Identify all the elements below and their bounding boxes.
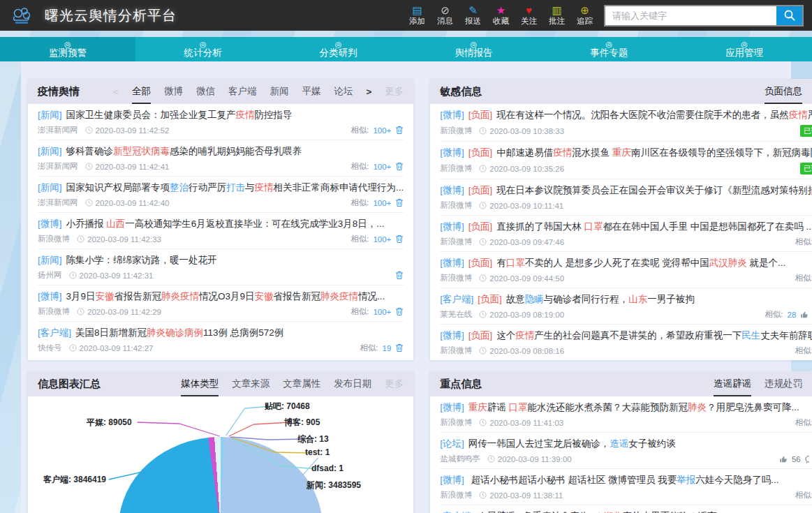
next-arrow-icon[interactable]: >: [366, 87, 371, 97]
channel-tag: [新闻]: [38, 110, 62, 120]
panel-tab-epidemic-4[interactable]: 新闻: [270, 79, 288, 104]
clock-icon: [479, 347, 487, 355]
panel-tab-epidemic-0[interactable]: 全部: [132, 79, 151, 104]
main-nav-tab-label: 监测预警: [49, 48, 87, 58]
more-link[interactable]: 更多: [385, 85, 404, 98]
topbar-action-report[interactable]: ✎报送: [465, 5, 481, 27]
item-title[interactable]: 直接抓的了韩国大林 口罩都在在韩中国人手里 中国是想韩国都死了在卖吗 ...: [496, 221, 812, 232]
delete-button[interactable]: [395, 235, 404, 244]
item-title[interactable]: 网传一韩国人去过宝龙后被确诊，造谣女子被约谈: [468, 438, 676, 449]
item-title[interactable]: 现在日本参议院预算委员会正在国会开会审议关于修订《新型流感对策特别措施...: [496, 185, 812, 195]
panel-tab-epidemic-2[interactable]: 微信: [196, 79, 215, 104]
item-title[interactable]: 国家知识产权局部署专项整治行动严厉打击与疫情相关非正常商标申请代理行为...: [66, 182, 404, 193]
item-meta-row: 新浪微博2020-03-09 11:42:33相似:100+: [38, 234, 404, 244]
panel-tab-epidemic-3[interactable]: 客户端: [228, 79, 257, 104]
panel-tab-sensitive-0[interactable]: 负面信息: [765, 79, 802, 104]
item-title[interactable]: 中邮速递易借疫情混水摸鱼 重庆南川区在各级领导的坚强领导下，新冠病毒防...: [496, 147, 812, 158]
panel-key-info: 重点信息 造谣辟谣违规处罚更多 [微博]重庆辟谣 口罩能水洗还能水煮杀菌？大蒜能…: [430, 371, 812, 513]
similar-count[interactable]: 100+: [373, 235, 391, 244]
channel-tag: [微博]: [440, 147, 464, 158]
clock-icon: [479, 165, 487, 172]
read-badge: 已读: [800, 125, 812, 137]
similar-count[interactable]: 100+: [373, 126, 391, 135]
panel-tab-epidemic-1[interactable]: 微博: [164, 79, 183, 104]
item-title[interactable]: 现在有这样一个情况。沈阳各大医院不收治需要住院手术的患者，虽然疫情严峻...: [496, 110, 812, 120]
pie-label-5: 综合: 13: [297, 433, 329, 445]
channel-tag: [微博]: [440, 110, 464, 120]
target-icon: ⊕: [580, 5, 589, 16]
similar-count[interactable]: 19: [382, 344, 391, 352]
delete-button[interactable]: [395, 162, 404, 171]
topbar-action-annotate[interactable]: ▥批注: [549, 5, 565, 27]
panel-tab-epidemic-6[interactable]: 论坛: [334, 79, 353, 104]
item-source: 新浪微博: [38, 306, 70, 317]
panel-sensitive-header: 敏感信息 负面信息更多: [430, 79, 812, 104]
delete-icon[interactable]: [395, 126, 404, 135]
panel-tab-charts-0[interactable]: 媒体类型: [181, 371, 219, 396]
pie-leader-line-4: [229, 422, 290, 436]
topbar-action-follow[interactable]: ♥关注: [521, 5, 537, 27]
item-actions: 相似:100+: [350, 234, 404, 244]
item-title[interactable]: 故意隐瞒与确诊者同行行程，山东一男子被拘: [506, 294, 695, 304]
delete-icon[interactable]: [395, 162, 404, 171]
prev-arrow-icon[interactable]: <: [113, 87, 119, 97]
panel-tab-charts-1[interactable]: 文章来源: [232, 371, 270, 396]
item-title[interactable]: 小乔播报 山西一高校通知学生6月返校直接毕业：可在线完成学业3月8日，...: [66, 218, 385, 229]
panel-tab-charts-2[interactable]: 文章属性: [283, 371, 320, 396]
delete-button[interactable]: [395, 343, 404, 352]
panel-title: 信息图表汇总: [38, 378, 101, 391]
item-title[interactable]: 国家卫生健康委员会：加强企业复工复产疫情防控指导: [66, 110, 293, 120]
delete-icon[interactable]: [395, 307, 404, 316]
item-title[interactable]: 超话小秘书超话小秘书 超话社区 微博管理员 我要举报六娃今天隐身了吗...: [468, 475, 779, 485]
delete-icon[interactable]: [395, 198, 404, 207]
panel-tab-key_info-0[interactable]: 造谣辟谣: [714, 371, 751, 396]
channel-tag: [微博]: [38, 218, 62, 229]
item-time: 2020-03-09 10:35:26: [489, 165, 564, 173]
main-nav-tab-statistics[interactable]: ◎统计分析: [135, 37, 271, 61]
item-title[interactable]: 3月9日安徽省报告新冠肺炎疫情情况O3月9日安徽省报告新冠肺炎疫情情况...: [66, 291, 385, 302]
panel-tab-key_info-1[interactable]: 违规处罚: [765, 371, 802, 396]
item-title[interactable]: 陈集小学：绵绵家访路，暖一处花开: [66, 255, 217, 265]
pie-label-0: 客户端: 3846419: [43, 474, 106, 486]
main-nav-tab-classification[interactable]: ◎分类研判: [271, 37, 406, 61]
main-nav-tab-management[interactable]: ◎应用管理: [677, 37, 812, 61]
main-nav-tab-report[interactable]: ◎舆情报告: [406, 37, 541, 61]
panel-title: 疫情舆情: [38, 85, 80, 98]
delete-icon[interactable]: [395, 235, 404, 244]
panel-tab-epidemic-5[interactable]: 平媒: [302, 79, 320, 104]
key-info-news-list: [微博]重庆辟谣 口罩能水洗还能水煮杀菌？大蒜能预防新冠肺炎？用肥皂洗鼻窦可降.…: [430, 396, 812, 513]
item-title[interactable]: 够科普确诊新型冠状病毒感染的哺乳期妈妈能否母乳喂养: [66, 146, 302, 156]
item-title[interactable]: 这个疫情产生的社会问题真不是讲笑的，希望政府重视一下民生丈夫年前辞职遇...: [496, 330, 812, 341]
more-link[interactable]: 更多: [385, 378, 404, 390]
similar-count[interactable]: 28: [787, 311, 796, 319]
channel-tag: [微博]: [440, 185, 464, 195]
main-nav-tab-topics[interactable]: ◎事件专题: [541, 37, 677, 61]
item-title[interactable]: 有口罩不卖的人 是想多少人死了在卖呢 觉得帮中国武汉肺炎 就是个...: [496, 258, 785, 268]
item-title[interactable]: 重庆辟谣 口罩能水洗还能水煮杀菌？大蒜能预防新冠肺炎？用肥皂洗鼻窦可降...: [468, 402, 799, 412]
delete-button[interactable]: [395, 126, 404, 135]
item-meta-row: 新浪微博2020-03-09 08:08:16相似:3: [440, 345, 812, 356]
main-nav-tab-monitor-warning[interactable]: ◎监测预警: [0, 37, 135, 61]
search-button[interactable]: [776, 6, 802, 25]
panel-charts: 信息图表汇总 媒体类型文章来源文章属性发布日期更多 客户端: 3846419新闻…: [28, 371, 413, 513]
panel-tab-charts-3[interactable]: 发布日期: [334, 371, 371, 396]
delete-button[interactable]: [395, 198, 404, 207]
delete-icon[interactable]: [395, 271, 404, 280]
main-nav-tab-label: 应用管理: [725, 48, 763, 58]
item-title[interactable]: 美国8日新增新冠肺炎确诊病例113例 总病例572例: [75, 327, 283, 338]
topbar-action-message[interactable]: ⊘消息: [437, 5, 453, 27]
item-title-row: [微博][负面]直接抓的了韩国大林 口罩都在在韩中国人手里 中国是想韩国都死了在…: [440, 221, 812, 233]
item-source: 扬州网: [38, 270, 62, 281]
topbar-action-favorite[interactable]: ★收藏: [493, 5, 509, 27]
delete-button[interactable]: [395, 271, 404, 280]
search-input[interactable]: [605, 6, 776, 25]
similar-count[interactable]: 100+: [373, 199, 391, 207]
similar-count[interactable]: 100+: [373, 163, 391, 171]
topbar-action-track[interactable]: ⊕追踪: [577, 5, 593, 27]
delete-button[interactable]: [395, 307, 404, 316]
quick-actions: ▤添加⊘消息✎报送★收藏♥关注▥批注⊕追踪: [409, 5, 593, 27]
topbar-action-add[interactable]: ▤添加: [409, 5, 425, 27]
logo-cloud-icon: [10, 5, 34, 26]
delete-icon[interactable]: [395, 343, 404, 352]
similar-count[interactable]: 100+: [373, 308, 391, 316]
